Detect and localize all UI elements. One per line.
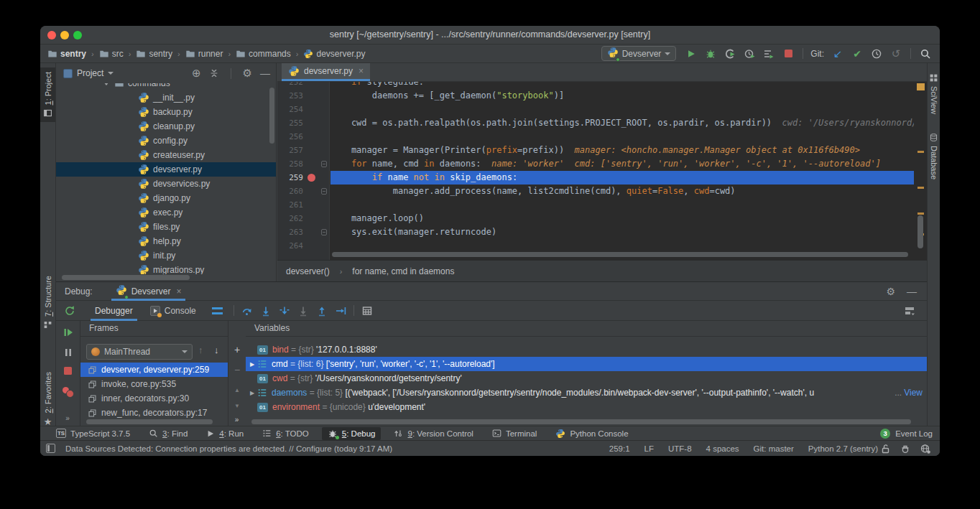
tool-window-button-database[interactable]: Database (929, 133, 938, 179)
more-actions-button[interactable]: » (228, 416, 246, 424)
zoom-window-button[interactable] (73, 31, 82, 39)
collapse-all-icon[interactable] (209, 68, 219, 78)
tab-console[interactable]: Console (142, 301, 205, 321)
code-line[interactable]: 262 manager.loop() (277, 212, 927, 225)
code-line[interactable]: 260 manager.add_process(name, list2cmdli… (277, 185, 927, 198)
git-commit-button[interactable]: ✔ (849, 46, 866, 62)
error-stripe-mark[interactable] (917, 83, 925, 90)
hide-panel-icon[interactable]: — (907, 286, 917, 297)
code-line[interactable]: 255 cwd = os.path.realpath(os.path.join(… (277, 116, 927, 130)
breadcrumb-item[interactable]: commands (234, 49, 292, 59)
move-down-button[interactable]: ▼ (228, 403, 246, 409)
tool-window-button-todo[interactable]: 6: TODO (256, 427, 315, 440)
force-step-into-button[interactable] (275, 302, 294, 319)
remove-watch-button[interactable]: − (228, 364, 246, 375)
tree-item[interactable]: __init__.py (56, 90, 276, 105)
view-breakpoints-button[interactable] (56, 387, 80, 396)
git-rollback-button[interactable]: ↺ (887, 46, 905, 62)
tool-window-button-terminal[interactable]: Terminal (486, 427, 542, 440)
tree-item[interactable]: config.py (56, 134, 276, 148)
pause-button[interactable] (56, 347, 80, 358)
frame-row[interactable]: invoke, core.py:535 (80, 377, 228, 391)
chevron-down-icon[interactable] (108, 72, 114, 75)
debug-button[interactable] (702, 46, 719, 62)
thread-select[interactable]: MainThread (86, 344, 193, 360)
locate-file-icon[interactable]: ⊕ (192, 67, 201, 80)
breadcrumb-item[interactable]: sentry (46, 49, 88, 59)
code-line[interactable]: 256 (277, 130, 927, 144)
code-line[interactable]: 258 for name, cmd in daemons: name: 'wor… (277, 157, 927, 171)
status-item[interactable]: UTF-8 (668, 444, 692, 453)
tool-window-button-favorites[interactable]: 2: Favorites★ (40, 372, 55, 427)
status-item[interactable]: 259:1 (609, 444, 630, 453)
close-icon[interactable]: × (359, 66, 364, 76)
breadcrumb-item[interactable]: src (98, 49, 125, 59)
tool-window-button-event-log[interactable]: Event Log (895, 429, 933, 438)
code-line[interactable]: 254 (277, 103, 927, 116)
breadcrumb-item[interactable]: devserver.py (302, 49, 366, 59)
more-actions-button[interactable]: » (56, 414, 80, 422)
code-line[interactable]: 257 manager = Manager(Printer(prefix=pre… (277, 144, 927, 157)
tool-window-button-sciview[interactable]: SciView (929, 73, 938, 114)
tool-window-button-python-console[interactable]: Python Console (550, 427, 634, 440)
stop-button[interactable] (56, 367, 80, 375)
breadcrumb-function[interactable]: devserver() (286, 266, 330, 276)
variable-row[interactable]: 01environment = {unicode} u'development' (246, 400, 927, 414)
close-icon[interactable]: × (176, 286, 181, 296)
step-out-button[interactable] (313, 302, 331, 319)
breadcrumb-statement[interactable]: for name, cmd in daemons (352, 266, 454, 276)
unlock-icon[interactable] (879, 443, 891, 454)
code-line[interactable]: 263 sys.exit(manager.returncode) (277, 225, 927, 239)
evaluate-expression-button[interactable] (358, 302, 376, 319)
frame-row[interactable]: new_func, decorators.py:17 (80, 406, 228, 419)
variable-row[interactable]: ▶daemons = {list: 5} [('webpack', ['/Use… (246, 386, 927, 400)
tree-item[interactable]: help.py (56, 234, 276, 248)
variable-row[interactable]: 01cwd = {str} '/Users/ryanskonnord/getse… (246, 371, 927, 386)
profiler-button[interactable] (741, 46, 758, 62)
vertical-scrollbar[interactable] (917, 215, 923, 248)
tree-item[interactable]: init.py (56, 248, 276, 263)
frame-row[interactable]: devserver, devserver.py:259 (80, 363, 228, 377)
error-stripe-mark[interactable] (917, 213, 924, 215)
minimize-window-button[interactable] (60, 31, 69, 39)
tool-window-toggle-icon[interactable] (46, 444, 55, 453)
layout-settings-icon[interactable] (212, 307, 223, 314)
tab-debugger[interactable]: Debugger (86, 301, 142, 321)
project-panel-title[interactable]: Project (77, 68, 103, 78)
git-update-button[interactable]: ↙ (829, 46, 846, 62)
move-up-button[interactable]: ▲ (228, 387, 246, 393)
status-item[interactable]: Git: master (754, 444, 794, 453)
concurrency-diagram-button[interactable] (760, 46, 777, 62)
expand-arrow-icon[interactable]: ▶ (247, 390, 257, 396)
hector-inspections-icon[interactable] (900, 443, 911, 454)
tree-item[interactable]: devserver.py (56, 162, 276, 177)
tree-item[interactable]: migrations.py (56, 263, 276, 274)
breadcrumb-item[interactable]: runner (184, 49, 225, 59)
expand-arrow-icon[interactable]: ▶ (247, 361, 257, 368)
settings-globe-icon[interactable] (920, 443, 931, 454)
add-watch-button[interactable]: + (228, 344, 246, 355)
rerun-button[interactable] (59, 305, 80, 317)
close-window-button[interactable] (47, 31, 56, 39)
tree-folder[interactable]: commands (56, 83, 276, 90)
step-into-button[interactable] (256, 302, 275, 319)
code-line[interactable]: 264 (277, 239, 927, 253)
tree-item[interactable]: cleanup.py (56, 119, 276, 134)
tree-item[interactable]: backup.py (56, 105, 276, 119)
breadcrumb-item[interactable]: sentry (134, 49, 174, 59)
error-stripe-mark[interactable] (917, 151, 924, 153)
breakpoint-icon[interactable] (308, 174, 315, 182)
run-button[interactable] (683, 46, 700, 62)
status-message[interactable]: Data Sources Detected: Connection proper… (65, 444, 392, 453)
status-item[interactable]: LF (644, 444, 654, 453)
status-item[interactable]: 4 spaces (706, 444, 739, 453)
fold-marker-icon[interactable] (321, 229, 327, 235)
stop-button[interactable] (780, 46, 797, 62)
editor-tab-devserver[interactable]: devserver.py × (282, 63, 370, 81)
gear-icon[interactable]: ⚙ (886, 286, 895, 297)
code-area[interactable]: 252 if styleguide:253 daemons += [_get_d… (277, 82, 927, 260)
next-frame-button[interactable]: ↓ (214, 345, 219, 355)
chevron-down-icon[interactable] (103, 83, 109, 85)
variable-row[interactable]: ▶cmd = {list: 6} ['sentry', 'run', 'work… (246, 357, 927, 371)
search-everywhere-button[interactable] (917, 46, 934, 62)
